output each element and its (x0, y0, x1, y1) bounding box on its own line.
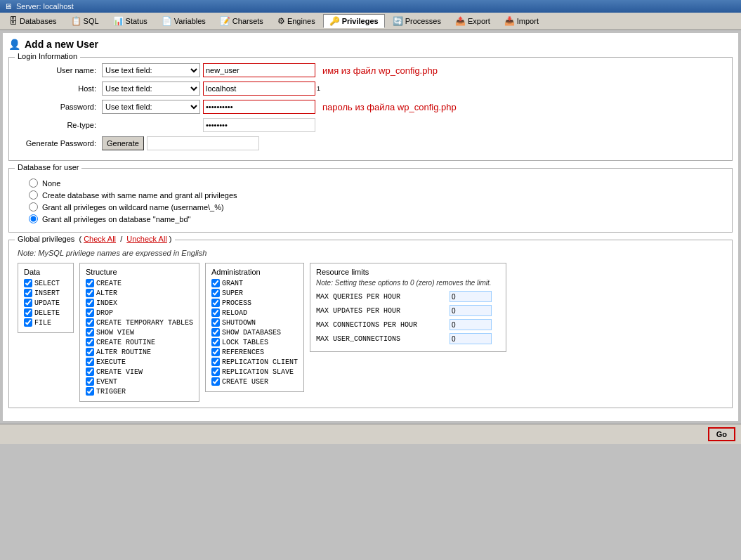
sql-icon: 📋 (71, 16, 81, 26)
checkbox-admin-lock-tables[interactable] (211, 338, 220, 346)
checkbox-admin-reload[interactable] (211, 308, 220, 317)
checkbox-admin-super[interactable] (211, 289, 220, 297)
db-radio-create_same[interactable] (29, 190, 38, 200)
checkbox-admin-replication-client[interactable] (211, 358, 220, 366)
generate-button[interactable]: Generate (102, 136, 144, 150)
priv-data-delete: DELETE (24, 308, 67, 317)
resource-row-max-queries-per-hour: MAX QUERIES PER HOUR (316, 291, 500, 302)
username-label: User name: (18, 66, 102, 74)
db-radio-wildcard[interactable] (29, 202, 38, 211)
checkbox-event[interactable] (86, 377, 94, 386)
checkbox-create-temporary-tables[interactable] (86, 318, 94, 327)
password-type-select[interactable]: Use text field: (102, 100, 200, 114)
resource-limits-section: Resource limits Note: Setting these opti… (310, 263, 506, 352)
nav-item-engines[interactable]: ⚙Engines (271, 14, 322, 28)
checkbox-select[interactable] (24, 279, 32, 287)
db-radio-grant_db[interactable] (29, 214, 38, 223)
privileges-icon: 🔑 (329, 16, 340, 26)
host-type-select[interactable]: Use text field: (102, 82, 200, 96)
checkbox-create-routine[interactable] (86, 338, 94, 346)
checkbox-admin-references[interactable] (211, 348, 220, 356)
checkbox-file[interactable] (24, 318, 32, 327)
priv-data-update: UPDATE (24, 299, 67, 307)
nav-item-variables[interactable]: 📄Variables (155, 14, 212, 28)
checkbox-create[interactable] (86, 279, 94, 287)
checkbox-update[interactable] (24, 299, 32, 307)
checkbox-insert[interactable] (24, 289, 32, 297)
priv-data-insert: INSERT (24, 289, 67, 297)
privileges-grid: Data SELECTINSERTUPDATEDELETEFILE Struct… (18, 263, 723, 402)
nav-item-sql[interactable]: 📋SQL (65, 14, 105, 28)
generate-label: Generate Password: (18, 139, 102, 148)
nav-item-privileges[interactable]: 🔑Privileges (323, 14, 385, 28)
checkbox-admin-grant[interactable] (211, 279, 220, 287)
databases-icon: 🗄 (9, 16, 18, 26)
nav-item-charsets[interactable]: 📝Charsets (214, 14, 270, 28)
password-annotation: пароль из файла wp_config.php (322, 102, 457, 112)
go-button[interactable]: Go (708, 427, 735, 441)
checkbox-index[interactable] (86, 299, 94, 307)
db-radio-none[interactable] (29, 178, 38, 188)
checkbox-delete[interactable] (24, 308, 32, 317)
password-label: Password: (18, 103, 102, 111)
checkbox-admin-show-databases[interactable] (211, 328, 220, 337)
checkbox-admin-create-user[interactable] (211, 377, 220, 386)
nav-item-import[interactable]: 📥Import (498, 14, 545, 28)
priv-structure-create-routine: CREATE ROUTINE (86, 338, 193, 346)
server-icon: 🖥 (4, 2, 12, 11)
check-all-link[interactable]: Check All (84, 235, 116, 243)
structure-section-title: Structure (86, 268, 193, 276)
export-icon: 📤 (455, 16, 466, 26)
page-title: 👤 Add a new User (8, 39, 733, 50)
checkbox-trigger[interactable] (86, 387, 94, 396)
resource-row-max-connections-per-hour: MAX CONNECTIONS PER HOUR (316, 319, 500, 330)
checkbox-alter[interactable] (86, 289, 94, 297)
generate-row: Generate Password: Generate (18, 136, 723, 150)
uncheck-all-link[interactable]: Uncheck All (126, 235, 166, 243)
resource-input-max-connections-per-hour[interactable] (450, 319, 492, 330)
priv-structure-drop: DROP (86, 308, 193, 317)
checkbox-admin-shutdown[interactable] (211, 318, 220, 327)
host-row: Host: Use text field: 1 (18, 82, 723, 96)
resource-input-max-queries-per-hour[interactable] (450, 291, 492, 302)
administration-section-title: Administration (211, 268, 298, 276)
priv-structure-create: CREATE (86, 279, 193, 287)
username-input[interactable] (203, 63, 315, 77)
checkbox-drop[interactable] (86, 308, 94, 317)
resource-row-max-user_connections: MAX USER_CONNECTIONS (316, 333, 500, 344)
checkbox-show-view[interactable] (86, 328, 94, 337)
priv-admin-super: SUPER (211, 289, 298, 297)
data-section-title: Data (24, 268, 67, 276)
nav-item-export[interactable]: 📤Export (449, 14, 497, 28)
username-type-select[interactable]: Use text field: (102, 63, 200, 77)
resource-input-max-updates-per-hour[interactable] (450, 305, 492, 316)
username-row: User name: Use text field: имя из файл w… (18, 63, 723, 77)
checkbox-create-view[interactable] (86, 367, 94, 376)
privileges-note: Note: MySQL privilege names are expresse… (18, 249, 723, 257)
host-input[interactable] (203, 82, 315, 96)
nav-item-databases[interactable]: 🗄Databases (3, 14, 63, 28)
structure-privileges-section: Structure CREATEALTERINDEXDROPCREATE TEM… (79, 263, 199, 402)
priv-structure-alter: ALTER (86, 289, 193, 297)
checkbox-alter-routine[interactable] (86, 348, 94, 356)
password-input[interactable] (203, 100, 315, 114)
login-info-legend: Login Information (15, 52, 80, 60)
priv-structure-index: INDEX (86, 299, 193, 307)
resource-input-max-user_connections[interactable] (450, 333, 492, 344)
priv-admin-process: PROCESS (211, 299, 298, 307)
checkbox-execute[interactable] (86, 358, 94, 366)
db-option-wildcard: Grant all privileges on wildcard name (u… (29, 202, 723, 211)
retype-input[interactable] (203, 118, 315, 132)
checkbox-admin-replication-slave[interactable] (211, 367, 220, 376)
navbar: 🗄Databases📋SQL📊Status📄Variables📝Charsets… (0, 13, 741, 30)
retype-label: Re-type: (18, 121, 102, 129)
priv-admin-grant: GRANT (211, 279, 298, 287)
nav-item-processes[interactable]: 🔄Processes (386, 14, 447, 28)
nav-item-status[interactable]: 📊Status (107, 14, 154, 28)
status-icon: 📊 (113, 16, 124, 26)
priv-structure-event: EVENT (86, 377, 193, 386)
checkbox-admin-process[interactable] (211, 299, 220, 307)
database-options: NoneCreate database with same name and g… (18, 174, 723, 223)
priv-structure-create-view: CREATE VIEW (86, 367, 193, 376)
generated-password-input[interactable] (147, 136, 259, 150)
